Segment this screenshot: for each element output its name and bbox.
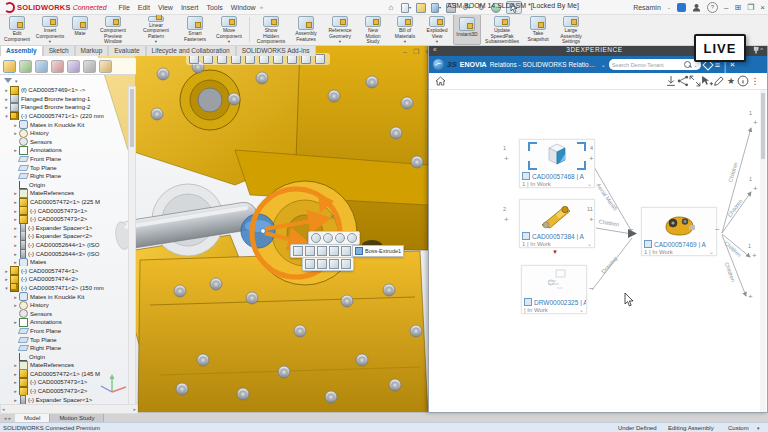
doc-minimize-icon[interactable]: – [403, 48, 407, 56]
tree-expander-icon[interactable]: ▸ [12, 147, 19, 153]
export-icon[interactable] [665, 75, 677, 87]
tree-expander-icon[interactable]: ▸ [12, 242, 19, 248]
tree-item[interactable]: Right Plane [0, 172, 128, 181]
tree-item-label[interactable]: (-) Expander Spacer<1> [28, 397, 92, 403]
rollback-icon[interactable] [317, 246, 327, 256]
tree-expander-icon[interactable]: ▸ [3, 268, 10, 274]
tree-item-label[interactable]: Sensors [30, 311, 52, 317]
card-expand-chevron-icon[interactable]: ⌄ [579, 306, 584, 313]
ribbon-button-insert-components[interactable]: InsertComponents▾ [32, 14, 68, 45]
ribbon-button-take-snapshot[interactable]: TakeSnapshot [523, 14, 553, 45]
menu-edit[interactable]: Edit [134, 4, 154, 11]
tree-item[interactable]: ▸CAD00057472<1> (145 M [0, 370, 128, 379]
collapse-node-icon[interactable]: − [629, 227, 634, 233]
zoom-to-selection-icon[interactable] [311, 233, 321, 243]
tree-item[interactable]: ▸(-) CAD00057474<1> [0, 266, 128, 275]
select-mode-icon[interactable] [701, 75, 713, 87]
relations-graph-canvas[interactable]: CAD00057468 | A1 | In Work⌄CAD00057384 |… [429, 90, 767, 412]
tree-item[interactable]: ▸(-) CAD00052644<1> (ISO [0, 241, 128, 250]
tree-item[interactable]: ▸(-) CAD00057473<1> [0, 206, 128, 215]
tree-item[interactable]: Right Plane [0, 344, 128, 353]
ribbon-button-edit-component[interactable]: EditComponent [2, 14, 32, 45]
tree-expander-icon[interactable]: ▸ [12, 259, 19, 265]
ribbon-button-large-assembly-settings[interactable]: LargeAssemblySettings [553, 14, 589, 45]
tree-item-label[interactable]: MateReferences [30, 362, 74, 368]
tree-item[interactable]: ▸(-) CAD00057473<2> [0, 387, 128, 396]
tree-item[interactable]: ▸(f) CAD00057469<1> -> [0, 86, 128, 95]
tree-item[interactable]: Sensors [0, 309, 128, 318]
tree-horizontal-scrollbar[interactable]: ◂▸ [0, 404, 138, 414]
expand-relations-icon[interactable]: + [748, 294, 753, 300]
tree-expander-icon[interactable]: ▸ [12, 130, 19, 136]
breadcrumb-feature-label[interactable]: Boss-Extrude1 [365, 248, 401, 254]
tab-evaluate[interactable]: Evaluate [108, 45, 145, 56]
configurationmanager-tab[interactable] [35, 60, 48, 73]
pane-extra-tab[interactable] [99, 60, 112, 73]
tree-item-label[interactable]: (-) CAD00057474<2> [21, 276, 78, 282]
tree-item-label[interactable]: (-) CAD00057471<1> (220 mm [21, 113, 104, 119]
ribbon-button-caret-icon[interactable]: ▾ [339, 39, 341, 45]
tree-item-label[interactable]: Right Plane [30, 345, 61, 351]
measure-icon[interactable] [317, 259, 327, 269]
tree-item-label[interactable]: (-) CAD00057471<2> (150 mm [21, 285, 104, 291]
suppress-icon[interactable] [305, 246, 315, 256]
tree-item-label[interactable]: Front Plane [30, 156, 61, 162]
edit-pencil-icon[interactable] [713, 75, 725, 87]
menu-tools[interactable]: Tools [202, 4, 226, 11]
tree-item[interactable]: ▾(-) CAD00057471<1> (220 mm [0, 112, 128, 121]
tree-item-label[interactable]: CAD00057472<1> (225 M [30, 199, 100, 205]
displaymanager-tab[interactable] [67, 60, 80, 73]
collapse-node-icon[interactable]: − [589, 286, 594, 292]
dimxpertmanager-tab[interactable] [51, 60, 64, 73]
tree-expander-icon[interactable]: ▸ [12, 208, 19, 214]
tree-item-label[interactable]: (-) CAD00052644<3> (ISO [28, 251, 99, 257]
menu-overflow-icon[interactable]: » [260, 4, 263, 10]
status-units[interactable]: Custom [728, 425, 749, 431]
tree-item[interactable]: ▸CAD00057472<1> (225 M [0, 198, 128, 207]
tree-item[interactable]: Front Plane [0, 327, 128, 336]
tree-item[interactable]: Top Plane [0, 163, 128, 172]
search-icon[interactable] [684, 61, 691, 68]
assembly-root-thumbnail[interactable] [642, 208, 716, 240]
tree-item-label[interactable]: Front Plane [30, 328, 61, 334]
tree-item[interactable]: Top Plane [0, 335, 128, 344]
menu-file[interactable]: File [115, 4, 134, 11]
tree-item-label[interactable]: Annotations [30, 319, 62, 325]
ribbon-button-billof-materials[interactable]: Bill ofMaterials▾ [389, 14, 421, 45]
tree-expander-icon[interactable]: ▸ [12, 371, 19, 377]
pin-icon[interactable] [752, 46, 760, 54]
tree-item[interactable]: Origin [0, 181, 128, 190]
tree-item[interactable]: ▸Annotations [0, 318, 128, 327]
tree-item-label[interactable]: History [30, 302, 49, 308]
card-expand-chevron-icon[interactable]: ⌄ [709, 248, 714, 255]
propertymanager-tab[interactable] [19, 60, 32, 73]
tree-item-label[interactable]: History [30, 130, 49, 136]
scroll-up-icon[interactable]: ^ [760, 47, 763, 53]
tree-item-label[interactable]: Mates in Knuckle Kit [30, 122, 84, 128]
ribbon-button-new-motion-study[interactable]: NewMotionStudy [357, 14, 389, 45]
tree-expander-icon[interactable]: ▸ [12, 362, 19, 368]
ribbon-button-smart-fasteners[interactable]: SmartFasteners [178, 14, 212, 45]
tab-assembly[interactable]: Assembly [0, 45, 43, 56]
tree-item-label[interactable]: Mates [30, 259, 46, 265]
tree-expander-icon[interactable]: ▸ [12, 302, 19, 308]
featuremanager-design-tree-tab[interactable] [3, 60, 16, 73]
user-account-icon[interactable] [692, 3, 701, 12]
expand-graph-icon[interactable] [689, 75, 701, 87]
tree-item[interactable]: ▸Mates in Knuckle Kit [0, 120, 128, 129]
graph-card-assembly-root[interactable]: CAD00057469 | A1 | In Work⌄ [641, 207, 717, 256]
tree-item[interactable]: ▾(-) CAD00057471<2> (150 mm [0, 284, 128, 293]
tree-expander-icon[interactable]: ▸ [12, 294, 19, 300]
graph-card-assembly[interactable]: CAD00057384 | A1 | In Work⌄ [519, 199, 595, 248]
tree-item-label[interactable]: (-) CAD00057473<2> [30, 388, 87, 394]
close-icon[interactable]: × [760, 3, 765, 12]
tree-item-label[interactable]: CAD00057472<1> (145 M [30, 371, 100, 377]
tree-item[interactable]: ▸Annotations [0, 146, 128, 155]
expand-relations-icon[interactable]: + [504, 217, 509, 223]
ribbon-button-reference-geometry[interactable]: ReferenceGeometry▾ [323, 14, 357, 45]
graph-card-drawing[interactable]: DRW00002325 | A| In Work⌄ [521, 265, 587, 314]
tree-item-label[interactable]: Flanged Bronze bearing-1 [21, 96, 90, 102]
tree-item-label[interactable]: Mates in Knuckle Kit [30, 294, 84, 300]
tree-item-label[interactable]: Right Plane [30, 173, 61, 179]
tree-expander-icon[interactable]: ▸ [12, 190, 19, 196]
